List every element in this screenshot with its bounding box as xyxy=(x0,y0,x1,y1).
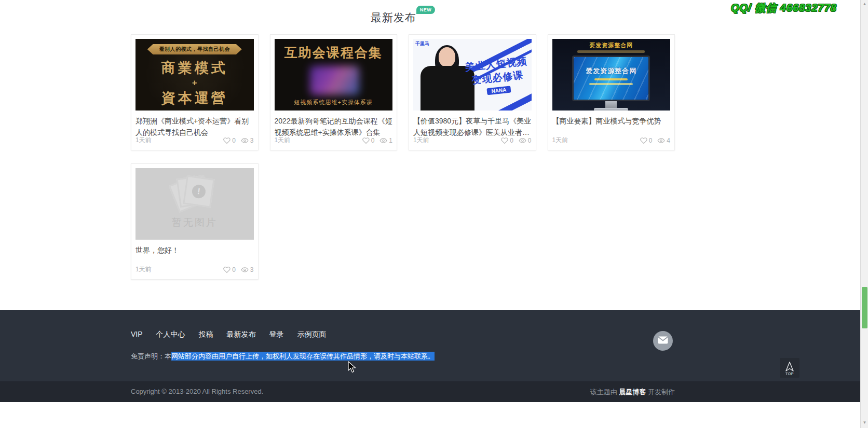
monitor: 爱发资源整合网 xyxy=(572,56,650,101)
view-count: 3 xyxy=(250,137,254,144)
like-count: 0 xyxy=(510,137,513,144)
monitor-screen: 爱发资源整合网 xyxy=(574,57,648,100)
post-title[interactable]: 郑翔洲《商业模式+资本运营》看别人的模式寻找自己机会 xyxy=(135,116,254,136)
eye-icon xyxy=(519,137,526,144)
monitor-stand xyxy=(605,101,617,108)
footer-link-login[interactable]: 登录 xyxy=(269,330,284,339)
eye-icon xyxy=(379,137,387,144)
post-thumbnail[interactable]: 千里马 美业人短视频 变现必修课 NANA xyxy=(413,39,532,111)
post-meta: 1天前 0 3 xyxy=(135,265,254,274)
thumb-text: + xyxy=(135,78,254,88)
post-title[interactable]: 【价值3980元】夜草与千里马《美业人短视频变现必修课》医美从业者账号从0-1带… xyxy=(413,116,532,136)
eye-icon xyxy=(241,266,249,273)
like-count: 0 xyxy=(649,137,653,144)
screen-text: 爱发资源整合网 xyxy=(574,66,648,76)
footer-link-user-center[interactable]: 个人中心 xyxy=(156,330,185,339)
no-image-label: 暂无图片 xyxy=(135,216,254,229)
disclaimer-prefix: 免责声明：本 xyxy=(131,352,171,360)
thumb-top-text: 要发资源整合网 xyxy=(552,42,671,49)
thumb-text: 商業模式 xyxy=(135,59,254,77)
thumb-text-block: 美业人短视频 变现必修课 NANA xyxy=(464,54,530,98)
disclaimer-text: 免责声明：本网站部分内容由用户自行上传，如权利人发现存在误传其作品情形，请及时与… xyxy=(131,352,435,361)
post-meta: 1天前 0 0 xyxy=(413,136,532,145)
view-count: 1 xyxy=(389,137,392,144)
post-date: 1天前 xyxy=(413,136,429,145)
person-face xyxy=(439,47,455,67)
heart-icon xyxy=(640,137,647,144)
eye-icon xyxy=(657,137,665,144)
footer xyxy=(0,310,868,381)
footer-link-vip[interactable]: VIP xyxy=(131,330,143,339)
post-card[interactable]: 看别人的模式，寻找自己机会 商業模式 + 資本運營 郑翔洲《商业模式+资本运营》… xyxy=(131,34,259,150)
monitor-base xyxy=(594,108,628,111)
post-date: 1天前 xyxy=(135,265,152,274)
post-thumbnail[interactable]: 要发资源整合网 爱发资源整合网 xyxy=(552,39,671,111)
theme-credit: 该主题由 晨星博客 开发制作 xyxy=(131,388,675,397)
scrollbar-up-arrow[interactable]: ▲ xyxy=(861,0,868,8)
email-contact-button[interactable] xyxy=(653,331,673,351)
page-title: 最新发布 xyxy=(371,10,416,25)
footer-link-latest[interactable]: 最新发布 xyxy=(227,330,256,339)
post-thumbnail[interactable]: 互助会课程合集 短视频系统思维+实操体系课 xyxy=(275,39,393,111)
post-title[interactable]: 【商业要素】商业模式与竞争优势 xyxy=(552,116,671,127)
heart-icon xyxy=(501,137,508,144)
view-count: 4 xyxy=(667,137,670,144)
heart-icon xyxy=(223,137,230,144)
content-area: 最新发布NEW 看别人的模式，寻找自己机会 商業模式 + 資本運營 郑翔洲《商业… xyxy=(131,0,675,280)
thumb-ribbon-text: 看别人的模式，寻找自己机会 xyxy=(147,44,242,54)
like-count: 0 xyxy=(371,137,375,144)
top-label: TOP xyxy=(785,372,794,376)
thumb-corner-label: 千里马 xyxy=(415,40,429,47)
post-card[interactable]: 互助会课程合集 短视频系统思维+实操体系课 2022最新狗哥笔记的互助会课程《短… xyxy=(270,34,398,150)
post-title[interactable]: 世界，您好！ xyxy=(135,245,254,256)
thumb-heading: 互助会课程合集 xyxy=(275,44,393,61)
like-count: 0 xyxy=(232,137,236,144)
qq-wechat-watermark: QQ/ 微信 466832778 xyxy=(731,1,845,15)
post-title[interactable]: 2022最新狗哥笔记的互助会课程《短视频系统思维+实操体系课》合集 xyxy=(275,116,393,136)
post-card[interactable]: 要发资源整合网 爱发资源整合网 【商业要素】商业模式与竞争优势 1天前 0 xyxy=(548,34,675,150)
view-count: 0 xyxy=(528,137,532,144)
vertical-scrollbar[interactable]: ▲ ▼ xyxy=(860,0,868,428)
post-grid: 看别人的模式，寻找自己机会 商業模式 + 資本運營 郑翔洲《商业模式+资本运营》… xyxy=(131,34,675,280)
thumb-text: 資本運營 xyxy=(135,89,254,107)
screen-line xyxy=(594,78,628,80)
heart-icon xyxy=(223,266,230,273)
post-card[interactable]: 千里马 美业人短视频 变现必修课 NANA 【价值3980元】夜草与千里马《美业… xyxy=(409,34,536,150)
view-count: 3 xyxy=(250,266,254,273)
eye-icon xyxy=(241,137,249,144)
post-meta: 1天前 0 1 xyxy=(275,136,393,145)
footer-link-sample-page[interactable]: 示例页面 xyxy=(297,330,327,339)
back-to-top-button[interactable]: TOP xyxy=(780,358,799,378)
post-meta: 1天前 0 3 xyxy=(135,136,254,145)
thumb-tag: NANA xyxy=(486,86,511,95)
screen-line xyxy=(589,83,633,85)
footer-link-submit[interactable]: 投稿 xyxy=(199,330,213,339)
thumb-caption: 短视频系统思维+实操体系课 xyxy=(275,99,393,106)
section-header: 最新发布NEW xyxy=(131,10,675,27)
post-date: 1天前 xyxy=(135,136,152,145)
post-card[interactable]: ! 暂无图片 世界，您好！ 1天前 0 3 xyxy=(131,163,259,280)
post-date: 1天前 xyxy=(552,136,568,145)
post-date: 1天前 xyxy=(275,136,291,145)
scrollbar-down-arrow[interactable]: ▼ xyxy=(861,419,868,427)
heart-icon xyxy=(362,137,370,144)
theme-author-link[interactable]: 晨星博客 xyxy=(619,388,646,396)
new-badge: NEW xyxy=(416,6,436,14)
thumb-blur-art xyxy=(310,66,359,95)
post-thumbnail-placeholder[interactable]: ! 暂无图片 xyxy=(135,168,254,240)
disclaimer-highlighted: 网站部分内容由用户自行上传，如权利人发现存在误传其作品情形，请及时与本站联系。 xyxy=(171,352,435,361)
footer-nav: VIP 个人中心 投稿 最新发布 登录 示例页面 xyxy=(131,330,327,339)
like-count: 0 xyxy=(232,266,236,273)
scrollbar-thumb[interactable] xyxy=(862,287,867,328)
envelope-icon xyxy=(658,336,668,346)
thumb-sub-line xyxy=(577,50,645,53)
post-meta: 1天前 0 4 xyxy=(552,136,671,145)
post-thumbnail[interactable]: 看别人的模式，寻找自己机会 商業模式 + 資本運營 xyxy=(135,39,254,111)
